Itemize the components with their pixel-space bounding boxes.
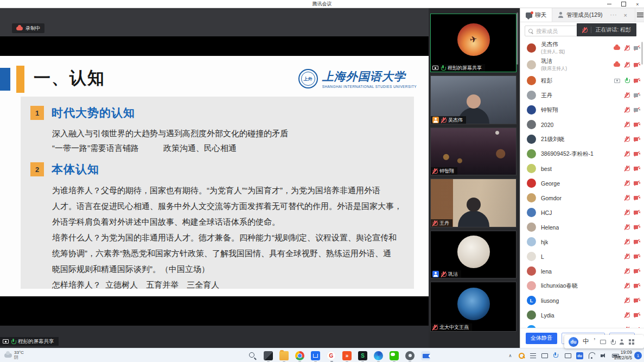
mic-muted-icon[interactable] xyxy=(624,195,629,201)
member-row[interactable]: HCJ xyxy=(520,205,644,220)
microphone-icon[interactable] xyxy=(553,352,560,359)
member-row[interactable]: Lliusong xyxy=(520,293,644,308)
ime-account-icon[interactable] xyxy=(619,339,624,345)
notification-badge[interactable]: 1 xyxy=(634,352,642,359)
mic-muted-icon[interactable] xyxy=(624,107,629,113)
member-row[interactable]: 吴杰伟(主持人, 我) xyxy=(520,40,644,56)
camera-off-icon[interactable] xyxy=(634,107,640,112)
member-row[interactable]: 2020 xyxy=(520,117,644,132)
mic-muted-icon[interactable] xyxy=(624,151,629,157)
mic-muted-icon[interactable] xyxy=(624,180,629,186)
taskbar-clock[interactable]: 19:09 2022/6/5 xyxy=(614,348,632,362)
mic-muted-icon[interactable] xyxy=(624,166,629,172)
search-icon[interactable] xyxy=(248,351,257,360)
camera-off-icon[interactable] xyxy=(634,298,640,303)
video-tile[interactable]: 吴杰伟 xyxy=(430,75,517,124)
microsoft-store-icon[interactable] xyxy=(311,351,320,360)
camera-off-icon[interactable] xyxy=(634,210,640,215)
mute-all-button[interactable]: 全体静音 xyxy=(526,333,557,344)
edge-icon[interactable] xyxy=(374,351,383,360)
mic-active-icon[interactable] xyxy=(624,78,629,84)
video-tile[interactable]: 北大中文王燕 xyxy=(430,282,517,332)
ime-mode-indicator[interactable]: 中 xyxy=(583,337,589,346)
camera-off-icon[interactable] xyxy=(634,269,640,274)
member-list-scrollbar[interactable] xyxy=(641,42,643,65)
member-row[interactable]: best xyxy=(520,161,644,176)
tab-chat[interactable]: 聊天 xyxy=(520,8,552,22)
camera-off-icon[interactable] xyxy=(634,283,640,288)
ime-board-icon[interactable] xyxy=(600,340,606,344)
settings-icon[interactable] xyxy=(405,351,415,360)
baidu-ime-logo-icon[interactable]: du xyxy=(569,337,578,347)
wechat-icon[interactable] xyxy=(390,351,399,360)
ime-voice-icon[interactable] xyxy=(610,339,615,345)
mic-muted-icon[interactable] xyxy=(624,62,629,68)
minimize-button[interactable] xyxy=(606,1,613,8)
mic-muted-icon[interactable] xyxy=(624,209,629,215)
hidden-icons-chevron[interactable]: ∧ xyxy=(507,352,514,359)
sogou-key-icon[interactable] xyxy=(519,353,525,359)
camera-off-icon[interactable] xyxy=(634,239,640,244)
member-row[interactable]: 386909452-李粉粉-1 xyxy=(520,147,644,161)
video-tile[interactable]: 钟智翔 xyxy=(430,128,517,175)
mic-muted-icon[interactable] xyxy=(624,239,629,245)
camera-off-icon[interactable] xyxy=(634,313,640,317)
ime-punctuation-icon[interactable]: ’ xyxy=(594,337,596,347)
camera-off-icon[interactable] xyxy=(634,195,640,200)
member-row[interactable]: hjk xyxy=(520,234,644,249)
camera-off-icon[interactable] xyxy=(634,62,640,67)
camera-off-icon[interactable] xyxy=(634,254,640,259)
windows-logo-icon[interactable] xyxy=(232,351,241,360)
tencent-meeting-icon[interactable] xyxy=(421,351,430,360)
camera-off-icon[interactable] xyxy=(634,46,640,50)
member-row[interactable]: L xyxy=(520,249,644,264)
close-button[interactable]: × xyxy=(634,1,641,8)
taskbar-weather-widget[interactable]: 33°C 阴 xyxy=(0,351,65,360)
camera-off-icon[interactable] xyxy=(634,225,640,230)
camera-off-icon[interactable] xyxy=(634,137,640,142)
camera-off-icon[interactable] xyxy=(634,93,640,98)
camera-off-icon[interactable] xyxy=(634,78,640,83)
camera-off-icon[interactable] xyxy=(634,122,640,127)
wifi-icon[interactable] xyxy=(588,352,595,359)
member-row[interactable]: 王丹 xyxy=(520,88,644,103)
thunder-icon[interactable]: » xyxy=(342,351,352,360)
messenger-icon[interactable]: S xyxy=(358,351,367,360)
file-explorer-icon[interactable] xyxy=(279,351,289,360)
member-row[interactable]: MMIA xyxy=(520,322,644,328)
panel-menu-button[interactable] xyxy=(635,8,644,22)
mic-muted-icon[interactable] xyxy=(624,312,629,318)
camera-off-icon[interactable] xyxy=(634,151,640,156)
member-list[interactable]: 吴杰伟(主持人, 我)巩洁(联席主持人)程彭王丹钟智翔202021级刘晓3869… xyxy=(520,40,644,328)
member-row[interactable]: George xyxy=(520,176,644,190)
mic-muted-icon[interactable] xyxy=(624,297,629,303)
task-view-icon[interactable] xyxy=(264,351,273,360)
member-row[interactable]: 21级刘晓 xyxy=(520,132,644,147)
mic-muted-icon[interactable] xyxy=(624,253,629,259)
panel-close-button[interactable]: × xyxy=(622,12,629,18)
sogou-icon[interactable]: G xyxy=(327,351,336,360)
video-tile[interactable]: 王丹 xyxy=(430,179,517,227)
tab-manage-members[interactable]: 管理成员(129) ··· × xyxy=(552,8,635,22)
cast-display-icon[interactable] xyxy=(541,353,548,358)
mic-muted-icon[interactable] xyxy=(624,45,629,51)
baidu-ime-icon[interactable]: du xyxy=(576,352,583,359)
member-row[interactable]: Lydia xyxy=(520,308,644,322)
mic-muted-icon[interactable] xyxy=(624,92,629,98)
member-row[interactable]: lena xyxy=(520,264,644,278)
member-row[interactable]: 巩洁(联席主持人) xyxy=(520,56,644,73)
mic-muted-icon[interactable] xyxy=(624,122,629,128)
panel-more-button[interactable]: ··· xyxy=(609,12,619,18)
video-tile[interactable]: ✈程彭的屏幕共享 xyxy=(430,14,517,72)
ime-status-icon[interactable] xyxy=(565,353,571,358)
mic-muted-icon[interactable] xyxy=(624,136,629,142)
video-column-scrollbar[interactable] xyxy=(517,12,518,65)
camera-off-icon[interactable] xyxy=(634,181,640,186)
mic-muted-icon[interactable] xyxy=(624,283,629,289)
baidu-ime-bar[interactable]: du 中 ’ xyxy=(564,335,644,348)
member-row[interactable]: Helena xyxy=(520,220,644,234)
camera-off-icon[interactable] xyxy=(634,166,640,171)
member-row[interactable]: 程彭 xyxy=(520,73,644,88)
chrome-icon[interactable] xyxy=(295,351,304,360)
member-row[interactable]: lichunxiao春晓 xyxy=(520,278,644,293)
